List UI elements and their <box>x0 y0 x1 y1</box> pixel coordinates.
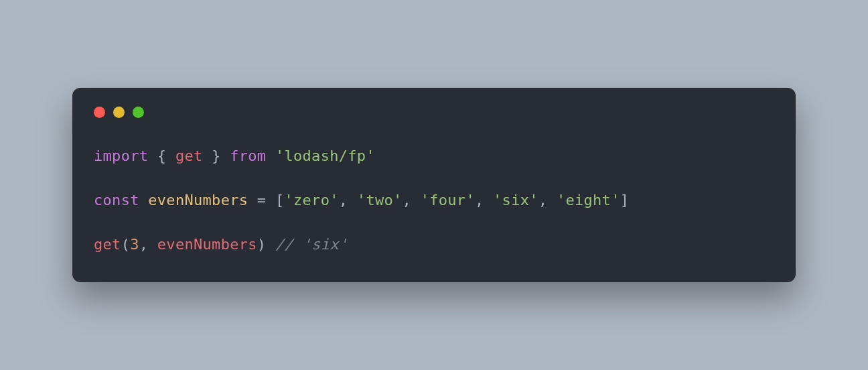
equals: = <box>248 192 275 208</box>
string-six: 'six' <box>493 192 538 208</box>
identifier-get: get <box>175 147 203 164</box>
code-line: get(3, evenNumbers) // 'six' <box>94 236 348 253</box>
space <box>266 147 275 164</box>
minimize-icon[interactable] <box>113 107 125 118</box>
paren-close: ) <box>257 236 267 253</box>
close-icon[interactable] <box>94 107 105 118</box>
keyword-import: import <box>94 147 148 164</box>
code-window: import { get } from 'lodash/fp' const ev… <box>72 88 796 282</box>
identifier-evennumbers: evenNumbers <box>157 236 257 253</box>
keyword-from: from <box>230 147 266 164</box>
bracket-open: [ <box>275 192 285 208</box>
call-get: get <box>94 236 121 253</box>
comma: , <box>139 236 157 253</box>
string-eight: 'eight' <box>557 192 620 208</box>
bracket-close: ] <box>620 192 630 208</box>
brace-open: { <box>148 147 175 164</box>
keyword-const: const <box>94 192 139 208</box>
code-block: import { get } from 'lodash/fp' const ev… <box>94 145 774 255</box>
maximize-icon[interactable] <box>133 107 144 118</box>
paren-open: ( <box>121 236 131 253</box>
space <box>266 236 275 253</box>
comma: , <box>403 192 421 208</box>
number-literal: 3 <box>130 236 139 253</box>
comma: , <box>538 192 557 208</box>
string-module: 'lodash/fp' <box>275 147 375 164</box>
comment: // 'six' <box>275 236 348 253</box>
identifier-evennumbers: evenNumbers <box>148 192 248 208</box>
string-zero: 'zero' <box>284 192 338 208</box>
string-two: 'two' <box>357 192 403 208</box>
code-line: import { get } from 'lodash/fp' <box>94 147 375 164</box>
string-four: 'four' <box>421 192 475 208</box>
comma: , <box>339 192 357 208</box>
comma: , <box>475 192 493 208</box>
brace-close: } <box>203 147 230 164</box>
traffic-lights <box>94 107 774 118</box>
code-line: const evenNumbers = ['zero', 'two', 'fou… <box>94 192 629 208</box>
space <box>139 192 149 208</box>
